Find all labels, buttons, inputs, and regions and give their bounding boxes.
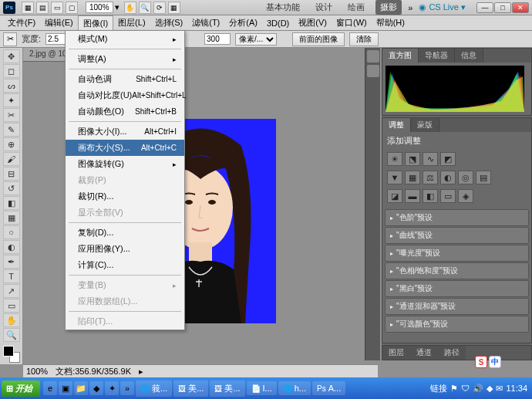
- tab-adjust[interactable]: 调整: [382, 118, 411, 132]
- tab-mask[interactable]: 蒙版: [411, 118, 439, 132]
- dodge-tool[interactable]: ◐: [3, 240, 20, 254]
- menu-auto-tone[interactable]: 自动色调Shift+Ctrl+L: [66, 71, 184, 87]
- clear-button[interactable]: 清除: [349, 32, 379, 46]
- tab-paths[interactable]: 路径: [438, 346, 466, 360]
- adj-photo-icon[interactable]: ◎: [458, 171, 473, 184]
- adj-gradmap-icon[interactable]: ▭: [440, 189, 456, 203]
- close-icon[interactable]: ✕: [512, 2, 529, 13]
- adj-exposure-icon[interactable]: ◩: [440, 152, 456, 166]
- menu-3d[interactable]: 3D(D): [262, 17, 294, 29]
- menu-duplicate[interactable]: 复制(D)...: [66, 225, 184, 241]
- shape-tool[interactable]: ▭: [3, 299, 20, 313]
- preset-curves[interactable]: "曲线"预设: [385, 227, 529, 244]
- adj-hue-icon[interactable]: ▦: [405, 171, 420, 184]
- tray-clock[interactable]: 11:34: [506, 384, 527, 393]
- adj-threshold-icon[interactable]: ◧: [423, 189, 438, 203]
- color-swatch[interactable]: [3, 346, 20, 363]
- brush-tool[interactable]: 🖌: [3, 152, 20, 166]
- marquee-tool[interactable]: ◻: [3, 64, 20, 78]
- front-image-button[interactable]: 前面的图像: [292, 32, 345, 46]
- workspace-essential[interactable]: 基本功能: [261, 0, 305, 15]
- menu-apply-image[interactable]: 应用图像(Y)...: [66, 241, 184, 257]
- crop-tool-icon[interactable]: ✂: [3, 32, 17, 46]
- tab-layers[interactable]: 图层: [382, 346, 410, 360]
- preset-levels[interactable]: "色阶"预设: [385, 209, 529, 226]
- unit-select[interactable]: 像素/...: [235, 33, 277, 46]
- stamp-tool[interactable]: ⊟: [3, 167, 20, 181]
- menu-image-size[interactable]: 图像大小(I)...Alt+Ctrl+I: [66, 123, 184, 140]
- height-input[interactable]: [204, 33, 231, 45]
- adj-bw-icon[interactable]: ◐: [440, 171, 456, 184]
- workspace-photography[interactable]: 摄影: [375, 0, 402, 15]
- ql-ie-icon[interactable]: e: [43, 381, 57, 395]
- pen-tool[interactable]: ✒: [3, 255, 20, 269]
- minibridge-icon[interactable]: ▤: [36, 2, 49, 14]
- task-6[interactable]: Ps A...: [312, 381, 345, 395]
- menu-window[interactable]: 窗口(W): [332, 15, 372, 30]
- gradient-tool[interactable]: ▦: [3, 211, 20, 225]
- fg-color-icon[interactable]: [3, 346, 14, 357]
- menu-select[interactable]: 选择(S): [150, 15, 188, 30]
- tab-histogram[interactable]: 直方图: [382, 49, 419, 63]
- ql-folder-icon[interactable]: 📁: [74, 381, 88, 395]
- minimize-icon[interactable]: —: [476, 2, 493, 13]
- menu-adjustments[interactable]: 调整(A): [66, 51, 184, 67]
- tray-icon-5[interactable]: ✉: [496, 384, 503, 394]
- system-tray[interactable]: 链接 ⚑ 🛡 🔊 ◆ ✉ 11:34: [430, 383, 530, 394]
- collapsed-panel-strip[interactable]: [365, 48, 380, 360]
- wand-tool[interactable]: ✦: [3, 93, 20, 107]
- menu-analysis[interactable]: 分析(A): [224, 15, 262, 30]
- workspace-more-icon[interactable]: »: [408, 3, 412, 12]
- tab-navigator[interactable]: 导航器: [419, 49, 455, 63]
- crop-tool[interactable]: ✂: [3, 108, 20, 122]
- screenmode-icon[interactable]: ▢: [66, 2, 78, 14]
- heal-tool[interactable]: ⊕: [3, 137, 20, 151]
- menu-calculations[interactable]: 计算(C)...: [66, 257, 184, 273]
- adj-selective-icon[interactable]: ◈: [458, 189, 473, 203]
- workspace-design[interactable]: 设计: [311, 0, 337, 15]
- task-4[interactable]: 📄 I...: [247, 381, 277, 395]
- menu-image[interactable]: 图像(I): [78, 15, 113, 31]
- start-button[interactable]: 开始: [2, 380, 40, 397]
- menu-mode[interactable]: 模式(M): [66, 31, 184, 47]
- menu-help[interactable]: 帮助(H): [372, 15, 409, 30]
- preset-hue[interactable]: "色相/饱和度"预设: [385, 262, 529, 279]
- task-3[interactable]: 🖼 美...: [210, 380, 244, 397]
- menu-edit[interactable]: 编辑(E): [40, 15, 78, 30]
- menu-auto-contrast[interactable]: 自动对比度(U)Alt+Shift+Ctrl+L: [66, 87, 184, 103]
- adj-invert-icon[interactable]: ◪: [387, 189, 402, 203]
- move-tool[interactable]: ✥: [3, 49, 20, 63]
- menu-filter[interactable]: 滤镜(T): [187, 15, 224, 30]
- menu-trim[interactable]: 裁切(R)...: [66, 188, 184, 205]
- menu-file[interactable]: 文件(F): [3, 15, 40, 30]
- adj-levels-icon[interactable]: ⬔: [405, 152, 420, 166]
- tray-icon-3[interactable]: 🔊: [473, 384, 483, 394]
- status-zoom[interactable]: 100%: [26, 367, 48, 376]
- arrange-icon[interactable]: ▭: [51, 2, 63, 14]
- workspace-painting[interactable]: 绘画: [343, 0, 369, 15]
- adj-curves-icon[interactable]: ∿: [423, 152, 438, 166]
- type-tool[interactable]: T: [3, 269, 20, 283]
- collapsed-icon-2[interactable]: [367, 65, 379, 77]
- tray-icon-4[interactable]: ◆: [487, 384, 493, 394]
- tab-channels[interactable]: 通道: [410, 346, 438, 360]
- tab-info[interactable]: 信息: [455, 49, 483, 63]
- task-5[interactable]: 🌐 h...: [278, 381, 311, 395]
- ql-desktop-icon[interactable]: ▣: [59, 381, 72, 395]
- preset-mixer[interactable]: "通道混和器"预设: [385, 298, 529, 315]
- preset-selective[interactable]: "可选颜色"预设: [385, 316, 529, 333]
- task-2[interactable]: 🖼 美...: [173, 380, 208, 397]
- menu-view[interactable]: 视图(V): [294, 15, 332, 30]
- menu-image-rotation[interactable]: 图像旋转(G): [66, 156, 184, 172]
- extras-icon[interactable]: ▦: [168, 2, 180, 14]
- adj-poster-icon[interactable]: ▬: [405, 189, 420, 203]
- tray-icon-2[interactable]: 🛡: [461, 384, 470, 393]
- ime-indicator[interactable]: S 中: [475, 356, 501, 368]
- menu-layer[interactable]: 图层(L): [113, 15, 150, 30]
- ql-app-icon[interactable]: ◆: [89, 381, 103, 395]
- tray-icon-1[interactable]: ⚑: [450, 384, 458, 394]
- history-brush-tool[interactable]: ↺: [3, 181, 20, 195]
- ql-more-icon[interactable]: »: [120, 381, 134, 395]
- blur-tool[interactable]: ○: [3, 225, 20, 239]
- preset-exposure[interactable]: "曝光度"预设: [385, 245, 529, 262]
